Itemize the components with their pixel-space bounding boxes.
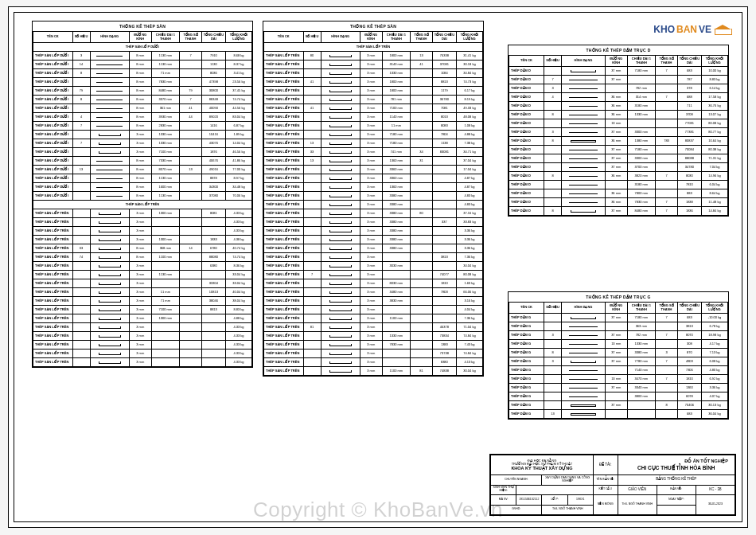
table-cell: 1360 [677,384,701,392]
table-row: THÉP SÀN LỚP TRÊN3 mm1130 mm33.04 kg [33,271,252,279]
table-cell: 3 mm [130,341,152,350]
table-row: THÉP SÀN LỚP TRÊN3 mm1140 mm801348.08 kg [264,113,483,122]
table-cell: 7830 mm [382,341,411,350]
table-cell [303,288,321,297]
table-cell: 8 mm [130,192,152,201]
col-header: SỐ HIỆU [72,32,90,43]
table-cell: 4.33 kg [226,227,252,236]
table-cell [544,392,562,401]
table-cell: THÉP SÀN LỚP TRÊN [264,52,304,61]
table-cell: 8480 mm [151,87,180,96]
table-cell: 37 mm [606,76,628,84]
table-cell [321,262,360,271]
table-cell: 3360 mm [382,174,411,183]
table-cell: THÉP DẦM G [509,331,544,340]
table-cell [627,410,656,419]
table-cell: THÉP SÀN LỚP TRÊN [264,271,304,279]
table-cell [151,350,180,358]
col-header: TỔNG CHIỀU DÀI [677,56,701,67]
table-cell [303,192,321,201]
table-cell: 7 [656,93,678,102]
table-cell [411,113,433,122]
house-icon [715,25,731,34]
table-cell [151,341,180,350]
table-cell [562,84,606,93]
table-cell: 80.38 kg [702,146,728,154]
table-cell: 13 [303,139,321,148]
table-cell: 7 [544,76,562,84]
table3-grid: TÊN CKSỐ HIỆUHÌNH DẠNGĐƯỜNG KÍNHCHIỀU DÀ… [509,55,728,216]
table-cell [544,314,562,322]
table-row: THÉP DẦM D836 mm1330 mm370813.07 kg [509,111,728,119]
table-cell [303,218,321,227]
table-cell: 1810 [432,279,456,288]
table-cell [656,146,678,154]
table-row: THÉP SÀN LỚP TRÊN3 mm11 mm1081340.04 kg [33,288,252,297]
table-cell: THÉP DẦM G [509,349,544,357]
tb-banve: KC - 38 [696,485,735,495]
table-cell [90,218,130,227]
table-cell [562,111,606,119]
table-cell: 3830 mm [382,297,411,306]
table-cell: 3 mm [360,297,383,306]
table-cell: 30.04 kg [457,367,483,376]
table-cell: 71.04 kg [457,323,483,332]
table-cell: 14 [180,244,202,253]
table-cell: 1330 mm [627,340,656,349]
table-cell: 23.56 kg [226,78,252,87]
tb-sv [516,485,594,495]
table-row: THÉP SÀN LỚP TRÊN3 mm4.04 kg [264,306,483,314]
table-cell [90,262,130,271]
table-cell: 1100 mm [151,253,180,262]
table-cell [321,288,360,297]
col-header: TỔNG SỐ THANH [656,303,678,314]
table-cell: 1838 [677,198,701,207]
table-cell [72,262,90,271]
table-cell: 4.33 kg [226,323,252,332]
col-header: HÌNH DẠNG [562,56,606,67]
table-cell: 70.06 kg [226,192,252,201]
table-cell [180,227,202,236]
table-row: THÉP SÀN LỚP DƯỚI798 mm8480 mm793080037.… [33,87,252,96]
table-cell: 3.36 kg [457,236,483,244]
table-cell [432,244,456,253]
table-cell [562,314,606,322]
table-cell: 3 [72,52,90,61]
table-cell [72,341,90,350]
table-cell [321,192,360,201]
table-cell: 4.87 kg [457,174,483,183]
table-row: THÉP SÀN LỚP TRÊN133 mm1360 mm3137.04 kg [264,157,483,166]
table-row: THÉP SÀN LỚP TRÊN3 mm83804.13 kg [264,358,483,367]
table-cell: 3 mm [360,323,383,332]
tb-cn: XÂY DỰNG DÂN DỤNG VÀ CÔNG NGHIỆP [542,475,593,486]
table-cell [90,227,130,236]
table-row: THÉP DẦM G3800 mm60784.07 kg [509,392,728,401]
table-cell [321,148,360,157]
table-cell: 8.64 kg [702,189,728,198]
table-cell [180,69,202,78]
table-row: THÉP DẦM G1368336.04 kg [509,410,728,419]
table-cell [321,314,360,323]
table-cell [432,306,456,314]
table-cell: 11.48 kg [702,198,728,207]
table-cell [411,297,433,306]
table-cell: 33 [303,148,321,157]
table-cell [432,183,456,192]
table-cell: 3.36 kg [457,244,483,253]
table-cell: THÉP SÀN LỚP TRÊN [264,227,304,236]
table-cell [303,201,321,209]
table-cell: 3 mm [360,341,383,350]
table-cell: 7140 mm [627,366,656,375]
table-row: THÉP SÀN LỚP TRÊN3 mm3380 mm4.83 kg [264,201,483,209]
table-cell: 1360 mm [382,183,411,192]
table-cell: 7.04 kg [702,163,728,172]
table-cell: 10.00 kg [702,67,728,76]
table-cell: THÉP SÀN LỚP TRÊN [264,148,304,157]
table-cell: 3 mm [360,157,383,166]
table-cell: 37081 [432,61,456,69]
table-cell: 3800 mm [627,392,656,401]
table-cell: 8.68 kg [226,52,252,61]
table-cell [321,350,360,358]
table-cell [180,236,202,244]
table-cell: 37 mm [606,67,628,76]
